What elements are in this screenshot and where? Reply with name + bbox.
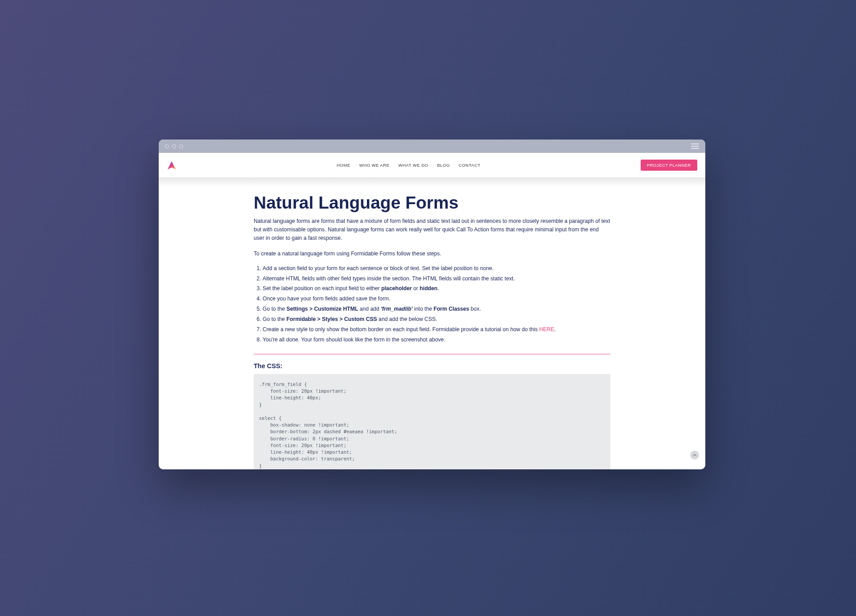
step-item: You're all done. Your form should look l… <box>263 336 610 344</box>
scroll-to-top-button[interactable] <box>690 451 699 460</box>
nav-link-contact[interactable]: CONTACT <box>459 163 481 168</box>
css-heading: The CSS: <box>254 362 610 370</box>
main-nav: HOME WHO WE ARE WHAT WE DO BLOG CONTACT <box>337 163 480 168</box>
page-title: Natural Language Forms <box>254 193 610 213</box>
nav-link-home[interactable]: HOME <box>337 163 350 168</box>
chevron-up-icon <box>692 453 697 457</box>
hamburger-icon[interactable] <box>691 144 699 149</box>
section-divider <box>254 354 610 354</box>
nav-link-blog[interactable]: BLOG <box>437 163 449 168</box>
intro-paragraph: Natural language forms are forms that ha… <box>254 217 610 242</box>
window-dots <box>165 144 183 148</box>
window-dot[interactable] <box>179 144 183 148</box>
window-dot[interactable] <box>172 144 176 148</box>
window-dot[interactable] <box>165 144 169 148</box>
lead-paragraph: To create a natural language form using … <box>254 250 610 258</box>
header-shadow <box>159 177 705 186</box>
nav-link-who-we-are[interactable]: WHO WE ARE <box>359 163 390 168</box>
step-item: Go to the Formidable > Styles > Custom C… <box>263 315 610 324</box>
article-content: Natural Language Forms Natural language … <box>254 186 610 469</box>
step-item: Add a section field to your form for eac… <box>263 264 610 273</box>
css-code-block: .frm_form_field { font-size: 20px !impor… <box>254 374 610 469</box>
site-logo[interactable] <box>167 160 177 170</box>
browser-window: HOME WHO WE ARE WHAT WE DO BLOG CONTACT … <box>159 140 705 469</box>
site-header: HOME WHO WE ARE WHAT WE DO BLOG CONTACT … <box>159 153 705 177</box>
inline-link[interactable]: HERE <box>539 326 555 333</box>
window-titlebar <box>159 140 705 153</box>
step-item: Once you have your form fields added sav… <box>263 295 610 303</box>
project-planner-button[interactable]: PROJECT PLANNER <box>641 160 697 171</box>
step-item: Go to the Settings > Customize HTML and … <box>263 305 610 313</box>
step-item: Create a new style to only show the bott… <box>263 325 610 334</box>
step-item: Alternate HTML fields with other field t… <box>263 275 610 283</box>
nav-link-what-we-do[interactable]: WHAT WE DO <box>399 163 428 168</box>
steps-list: Add a section field to your form for eac… <box>254 264 610 344</box>
step-item: Set the label position on each input fie… <box>263 284 610 293</box>
